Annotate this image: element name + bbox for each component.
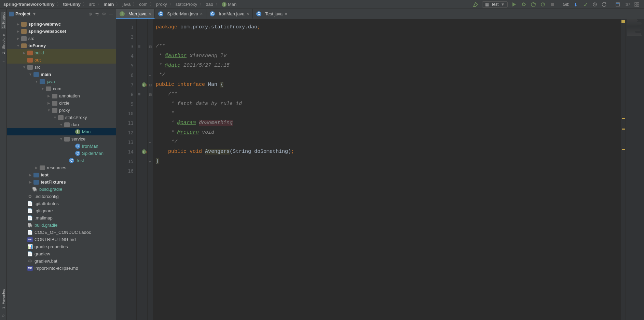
expand-toggle[interactable]: ▶ (47, 101, 51, 105)
tree-item[interactable]: ▼proxy (7, 107, 116, 114)
tree-item[interactable]: 🐘build.gradle (7, 222, 116, 229)
tree-item[interactable]: 📄.gitignore (7, 207, 116, 214)
close-icon[interactable]: × (200, 11, 203, 16)
tree-item[interactable]: MDCONTRIBUTING.md (7, 236, 116, 243)
breadcrumb-item[interactable]: com (138, 2, 148, 7)
fold-strip[interactable]: ⊟⌐⊟⊟⌐⌐ (148, 19, 153, 320)
analysis-indicator[interactable] (621, 20, 625, 23)
line-number[interactable]: 12 (116, 128, 134, 137)
tree-item[interactable]: 📄.mailmap (7, 214, 116, 222)
expand-toggle[interactable]: ▶ (35, 166, 38, 170)
tool-tab-structure[interactable]: Z: Structure (1, 34, 6, 54)
code-line[interactable]: } (156, 157, 618, 166)
code-line[interactable]: public interface Man { (156, 80, 618, 90)
expand-toggle[interactable]: ▼ (59, 137, 63, 141)
code-line[interactable]: * @return void (156, 128, 618, 137)
breadcrumb-item[interactable]: proxy (155, 2, 168, 7)
tree-item[interactable]: ▶build (7, 49, 116, 56)
code-line[interactable]: * @param doSomething (156, 118, 618, 128)
line-number[interactable]: 14 (116, 147, 134, 157)
line-number[interactable]: 9 (116, 99, 134, 109)
expand-toggle[interactable]: ▼ (16, 44, 20, 48)
tree-item[interactable]: out (7, 56, 116, 64)
star-icon[interactable]: ☆ (1, 313, 5, 318)
run-config-select[interactable]: ▦Test▼ (482, 1, 508, 8)
breadcrumb-item[interactable]: toFunny (63, 2, 81, 7)
expand-toggle[interactable]: ▼ (59, 123, 63, 126)
tree-item[interactable]: ▼toFunny (7, 42, 116, 49)
git-commit-icon[interactable] (582, 1, 588, 8)
fold-toggle[interactable]: ⌐ (148, 70, 153, 80)
expand-toggle[interactable]: ▼ (47, 108, 51, 112)
close-icon[interactable]: × (246, 11, 249, 16)
expand-toggle[interactable]: ▶ (16, 29, 20, 33)
tree-item[interactable]: ▼service (7, 135, 116, 143)
line-number[interactable]: 2 (116, 32, 134, 42)
editor-tab[interactable]: CTest.java× (253, 9, 291, 19)
tree-item[interactable]: 📊gradle.properties (7, 243, 116, 250)
line-number[interactable]: 4 (116, 51, 134, 61)
close-icon[interactable]: × (285, 11, 287, 16)
code-line[interactable]: */ (156, 70, 618, 80)
line-number[interactable]: 7 (116, 80, 134, 90)
code-line[interactable]: /** (156, 42, 618, 51)
expand-toggle[interactable]: ▶ (29, 180, 32, 184)
profile-icon[interactable] (540, 1, 546, 8)
editor-tab[interactable]: CIronMan.java× (206, 9, 253, 19)
code-line[interactable]: package com.proxy.staticProxy.dao; (156, 23, 618, 32)
warning-mark[interactable] (622, 118, 625, 119)
tool-tab-favorites[interactable]: 2: Favorites (1, 288, 6, 309)
line-number[interactable]: 1 (116, 23, 134, 32)
tree-item[interactable]: CIronMan (7, 143, 116, 150)
tree-item[interactable]: ▶test (7, 171, 116, 178)
fold-toggle[interactable] (148, 118, 153, 128)
tree-item[interactable]: ▼main (7, 71, 116, 78)
breadcrumb-item[interactable]: java (122, 2, 131, 7)
close-icon[interactable]: × (149, 11, 151, 16)
warning-mark[interactable] (622, 149, 625, 150)
error-stripe[interactable] (621, 19, 626, 320)
build-icon[interactable] (472, 1, 479, 8)
code-line[interactable]: */ (156, 137, 618, 147)
debug-icon[interactable] (521, 1, 527, 8)
breadcrumb-item[interactable]: src (88, 2, 96, 7)
translate-icon[interactable]: 文A (624, 1, 630, 8)
line-number[interactable]: 15 (116, 157, 134, 166)
fold-toggle[interactable] (148, 61, 153, 70)
tree-item[interactable]: ▶annotation (7, 92, 116, 99)
tree-item[interactable]: ▶resources (7, 164, 116, 171)
breadcrumb-item[interactable]: IMan (221, 2, 237, 7)
warning-mark[interactable] (622, 129, 625, 130)
breadcrumb-item[interactable]: staticProxy (175, 2, 198, 7)
code-line[interactable]: * @date 2021/5/27 11:15 (156, 61, 618, 70)
hide-icon[interactable]: — (108, 11, 114, 17)
tree-item[interactable]: ▼src (7, 64, 116, 71)
tree-item[interactable]: 🐘build.gradle (7, 186, 116, 193)
tree-item[interactable]: ▶spring-websocket (7, 28, 116, 35)
tree-item[interactable]: ▶testFixtures (7, 178, 116, 186)
editor-tab[interactable]: CSpiderMan.java× (155, 9, 206, 19)
breadcrumb-item[interactable]: dao (205, 2, 214, 7)
tree-item[interactable]: ▼com (7, 85, 116, 92)
code-line[interactable]: /** (156, 90, 618, 99)
tree-item[interactable]: CTest (7, 157, 116, 164)
line-number[interactable]: 6 (116, 70, 134, 80)
fold-toggle[interactable] (148, 51, 153, 61)
expand-toggle[interactable]: ▼ (29, 72, 32, 76)
line-number[interactable]: 8 (116, 90, 134, 99)
stop-icon[interactable] (549, 1, 556, 8)
breadcrumb-item[interactable]: main (103, 2, 114, 7)
fold-toggle[interactable] (148, 147, 153, 157)
fold-toggle[interactable] (148, 32, 153, 42)
expand-toggle[interactable]: ▶ (16, 37, 20, 40)
tree-item[interactable]: ▶src (7, 35, 116, 42)
expand-toggle[interactable]: ▼ (35, 80, 38, 83)
fold-toggle[interactable]: ⌐ (148, 137, 153, 147)
tree-item[interactable]: ▼staticProxy (7, 114, 116, 121)
editor-tab[interactable]: IMan.java× (116, 9, 155, 19)
line-number[interactable]: 10 (116, 109, 134, 118)
fold-toggle[interactable]: ⊟ (148, 80, 153, 90)
tree-item[interactable]: 📄.gitattributes (7, 200, 116, 207)
fold-toggle[interactable]: ⊟ (148, 42, 153, 51)
tree-item[interactable]: 📄CODE_OF_CONDUCT.adoc (7, 229, 116, 236)
